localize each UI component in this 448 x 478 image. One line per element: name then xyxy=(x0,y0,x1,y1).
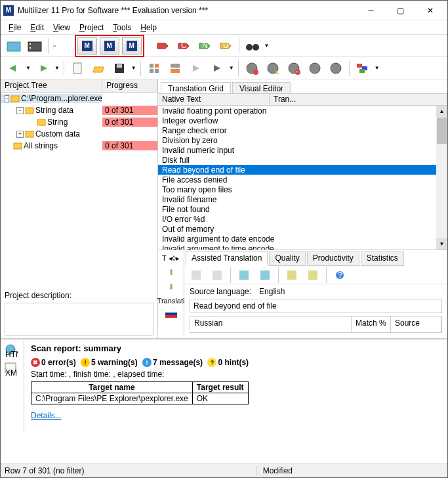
menu-view[interactable]: View xyxy=(49,22,74,33)
grid-row[interactable]: Invalid filename xyxy=(158,194,447,204)
description-box[interactable] xyxy=(5,303,153,336)
arrow-up-icon[interactable]: ⬆ xyxy=(168,268,174,277)
grid-row[interactable]: Out of memory xyxy=(158,224,447,234)
tree-row[interactable]: All strings0 of 301 xyxy=(1,140,157,152)
grid-col-tran[interactable]: Tran... xyxy=(270,94,447,105)
target-icon[interactable] xyxy=(145,59,163,77)
translation-grid[interactable]: Invalid floating point operationInteger … xyxy=(158,106,447,250)
close-button[interactable]: ✕ xyxy=(415,1,445,20)
nav-fwd-icon[interactable] xyxy=(33,59,52,77)
tag-u-icon[interactable]: U xyxy=(216,37,235,55)
scan-details-link[interactable]: Details... xyxy=(31,411,62,420)
menu-project[interactable]: Project xyxy=(75,22,108,33)
doc-icon[interactable] xyxy=(68,59,87,77)
scan-errors: 0 error(s) xyxy=(41,358,76,367)
binoculars-icon[interactable] xyxy=(243,37,262,55)
grid-row[interactable]: Too many open files xyxy=(158,185,447,194)
reel-edit-icon[interactable] xyxy=(264,59,282,77)
tab-productivity[interactable]: Productivity xyxy=(307,251,359,266)
tag-red-icon[interactable] xyxy=(153,37,172,55)
svg-rect-48 xyxy=(287,271,296,280)
at-btn2[interactable] xyxy=(208,266,226,284)
reel-add-icon[interactable] xyxy=(243,59,261,77)
play-gray-icon[interactable] xyxy=(187,59,205,77)
at-btn1[interactable] xyxy=(187,266,205,284)
menu-file[interactable]: File xyxy=(5,22,25,33)
grid-row[interactable]: I/O error %d xyxy=(158,214,447,224)
grid-row[interactable]: Read beyond end of file xyxy=(158,165,447,175)
tree-col-name[interactable]: Project Tree xyxy=(1,79,102,92)
grid-row[interactable]: Division by zero xyxy=(158,135,447,145)
tree-row[interactable]: +Custom data xyxy=(1,128,157,140)
scan-report: HTM XML Scan report: summary ✖0 error(s)… xyxy=(1,339,447,431)
reel-del-icon[interactable]: - xyxy=(285,59,303,77)
at-btn5[interactable] xyxy=(283,266,301,284)
scroll-up-icon[interactable]: ▲ xyxy=(436,106,447,117)
svg-rect-22 xyxy=(155,69,159,73)
at-btn7[interactable]: ? xyxy=(331,266,349,284)
scan-xml-icon[interactable]: XML xyxy=(3,362,21,376)
tree-row[interactable]: -C:\Program...plorer.exe xyxy=(1,93,157,104)
svg-rect-42 xyxy=(26,131,33,137)
tag-c-icon[interactable]: C xyxy=(174,37,193,55)
target-lang[interactable]: Russian xyxy=(190,316,352,332)
svg-marker-16 xyxy=(93,67,104,72)
svg-marker-14 xyxy=(41,65,47,72)
tab-assisted-translation[interactable]: Assisted Translation xyxy=(186,251,268,266)
minimize-button[interactable]: ─ xyxy=(356,1,386,20)
tree-row[interactable]: String0 of 301 xyxy=(1,116,157,128)
svg-text:HTM: HTM xyxy=(5,350,18,358)
grid-row[interactable]: Integer overflow xyxy=(158,116,447,125)
at-btn6[interactable] xyxy=(304,266,322,284)
project-tree[interactable]: -C:\Program...plorer.exe-String data0 of… xyxy=(1,93,157,190)
binoculars-dropdown[interactable]: ▼ xyxy=(264,43,270,49)
grid-col-native[interactable]: Native Text xyxy=(158,94,270,105)
tab-translation-grid[interactable]: Translation Grid xyxy=(161,82,231,93)
reel-x-icon[interactable] xyxy=(306,59,324,77)
m-button-2[interactable]: M xyxy=(100,37,119,54)
grid-row[interactable]: Range check error xyxy=(158,125,447,135)
assist-side-t[interactable]: T ◂◊▸ xyxy=(162,254,180,263)
grid-row[interactable]: File not found xyxy=(158,204,447,214)
menubar: File Edit View Project Tools Help xyxy=(1,20,447,35)
m-button-1[interactable]: M xyxy=(77,37,97,54)
source-text[interactable]: Read beyond end of file xyxy=(190,299,442,313)
grid-row[interactable]: File access denied xyxy=(158,175,447,185)
tag-n-icon[interactable]: N xyxy=(195,37,214,55)
play-icon[interactable] xyxy=(208,59,226,77)
target2-icon[interactable] xyxy=(166,59,184,77)
grid-row[interactable]: Disk full xyxy=(158,155,447,165)
tab-visual-editor[interactable]: Visual Editor xyxy=(232,82,291,93)
scan-htm-icon[interactable]: HTM xyxy=(3,343,21,358)
grid-row[interactable]: Invalid numeric input xyxy=(158,145,447,155)
reel-y-icon[interactable] xyxy=(327,59,345,77)
save-icon[interactable] xyxy=(110,59,129,77)
assist-side-label: Translati xyxy=(157,297,185,305)
wizard-new-icon[interactable] xyxy=(5,37,23,55)
scroll-down-icon[interactable]: ▼ xyxy=(436,238,447,250)
nav-back-icon[interactable] xyxy=(5,59,23,77)
wizard-film-icon[interactable] xyxy=(26,37,44,55)
svg-rect-3 xyxy=(30,47,31,49)
at-btn3[interactable] xyxy=(235,266,253,284)
flags-icon[interactable] xyxy=(354,59,372,77)
open-icon[interactable] xyxy=(89,59,108,77)
grid-row[interactable]: Invalid argument to date encode xyxy=(158,234,447,244)
tree-col-progress[interactable]: Progress xyxy=(102,79,157,92)
scroll-thumb[interactable] xyxy=(437,118,447,144)
menu-edit[interactable]: Edit xyxy=(26,22,48,33)
svg-rect-40 xyxy=(26,108,33,114)
menu-tools[interactable]: Tools xyxy=(109,22,135,33)
m-button-3[interactable]: M xyxy=(122,37,142,54)
grid-row[interactable]: Invalid floating point operation xyxy=(158,106,447,116)
at-btn4[interactable] xyxy=(256,266,274,284)
grid-row[interactable]: Invalid argument to time encode xyxy=(158,244,447,250)
menu-help[interactable]: Help xyxy=(136,22,161,33)
maximize-button[interactable]: ▢ xyxy=(386,1,415,20)
toolbar-chevron[interactable]: » xyxy=(52,42,56,49)
tree-row[interactable]: -String data0 of 301 xyxy=(1,104,157,116)
arrow-down-icon[interactable]: ⬇ xyxy=(168,282,174,292)
tab-statistics[interactable]: Statistics xyxy=(361,251,404,266)
grid-scrollbar[interactable]: ▲ ▼ xyxy=(436,106,447,250)
tab-quality[interactable]: Quality xyxy=(269,251,305,266)
